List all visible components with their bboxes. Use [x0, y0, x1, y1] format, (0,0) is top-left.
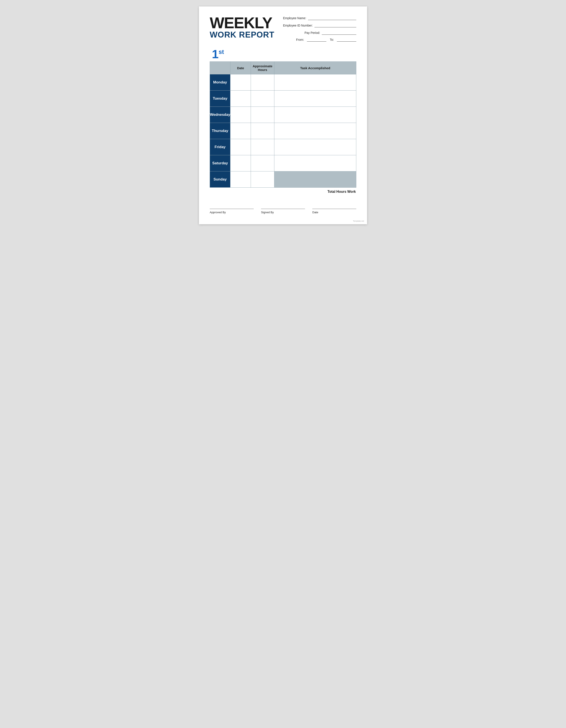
task-friday[interactable]: [274, 139, 356, 155]
day-friday: Friday: [210, 139, 231, 155]
day-sunday: Sunday: [210, 171, 231, 188]
title-work-report: WORK REPORT: [210, 31, 275, 39]
pay-period-label: Pay Period:: [304, 31, 320, 35]
hours-monday[interactable]: [251, 74, 275, 91]
employee-name-row: Employee Name:: [283, 16, 356, 20]
date-friday[interactable]: [231, 139, 251, 155]
table-row: Thursday: [210, 123, 356, 139]
approved-by-label: Approved By: [210, 211, 254, 214]
th-hours: ApproximateHours: [251, 62, 275, 74]
from-input[interactable]: [307, 38, 326, 42]
date-saturday[interactable]: [231, 155, 251, 171]
table-row: Saturday: [210, 155, 356, 171]
day-wednesday: Wednesday: [210, 107, 231, 123]
task-saturday[interactable]: [274, 155, 356, 171]
pay-period-row: Pay Period:: [283, 31, 356, 35]
employee-name-label: Employee Name:: [283, 16, 306, 20]
approved-by-block: Approved By: [210, 209, 254, 214]
employee-id-row: Employee ID Number:: [283, 24, 356, 27]
task-wednesday[interactable]: [274, 107, 356, 123]
day-monday: Monday: [210, 74, 231, 91]
hours-friday[interactable]: [251, 139, 275, 155]
date-wednesday[interactable]: [231, 107, 251, 123]
task-tuesday[interactable]: [274, 91, 356, 107]
employee-id-label: Employee ID Number:: [283, 24, 313, 27]
date-label: Date: [312, 211, 356, 214]
table-row: Sunday: [210, 171, 356, 188]
title-weekly: WEEKLY: [210, 15, 275, 31]
table-row: Monday: [210, 74, 356, 91]
date-tuesday[interactable]: [231, 91, 251, 107]
date-block: Date: [312, 209, 356, 214]
day-thursday: Thursday: [210, 123, 231, 139]
th-task: Task Accomplished: [274, 62, 356, 74]
approved-by-line: [210, 209, 254, 209]
fields-block: Employee Name: Employee ID Number: Pay P…: [283, 15, 356, 42]
day-saturday: Saturday: [210, 155, 231, 171]
total-row: Total Hours Work: [210, 190, 356, 194]
to-label: To:: [330, 38, 334, 41]
th-empty: [210, 62, 231, 74]
employee-id-input[interactable]: [314, 24, 356, 27]
th-date: Date: [231, 62, 251, 74]
hours-wednesday[interactable]: [251, 107, 275, 123]
table-row: Tuesday: [210, 91, 356, 107]
hours-saturday[interactable]: [251, 155, 275, 171]
total-hours-label: Total Hours Work: [327, 190, 356, 194]
hours-sunday[interactable]: [251, 171, 275, 188]
pay-period-input[interactable]: [322, 31, 356, 35]
date-sig-line: [312, 209, 356, 209]
report-table: Date ApproximateHours Task Accomplished …: [210, 61, 356, 188]
page: WEEKLY WORK REPORT Employee Name: Employ…: [199, 6, 367, 224]
task-monday[interactable]: [274, 74, 356, 91]
watermark: Template.net: [353, 220, 364, 222]
date-sunday[interactable]: [231, 171, 251, 188]
week-number: 1st: [212, 48, 356, 60]
title-block: WEEKLY WORK REPORT: [210, 15, 275, 39]
hours-tuesday[interactable]: [251, 91, 275, 107]
task-sunday: [274, 171, 356, 188]
day-tuesday: Tuesday: [210, 91, 231, 107]
table-row: Wednesday: [210, 107, 356, 123]
signed-by-line: [261, 209, 305, 209]
from-label: From:: [296, 38, 304, 41]
task-thursday[interactable]: [274, 123, 356, 139]
signed-by-block: Signed By: [261, 209, 305, 214]
signed-by-label: Signed By: [261, 211, 305, 214]
header: WEEKLY WORK REPORT Employee Name: Employ…: [210, 15, 356, 42]
hours-thursday[interactable]: [251, 123, 275, 139]
employee-name-input[interactable]: [308, 16, 356, 20]
table-row: Friday: [210, 139, 356, 155]
from-to-row: From: To:: [283, 38, 356, 42]
date-thursday[interactable]: [231, 123, 251, 139]
signature-section: Approved By Signed By Date: [210, 207, 356, 214]
date-monday[interactable]: [231, 74, 251, 91]
to-input[interactable]: [337, 38, 356, 42]
